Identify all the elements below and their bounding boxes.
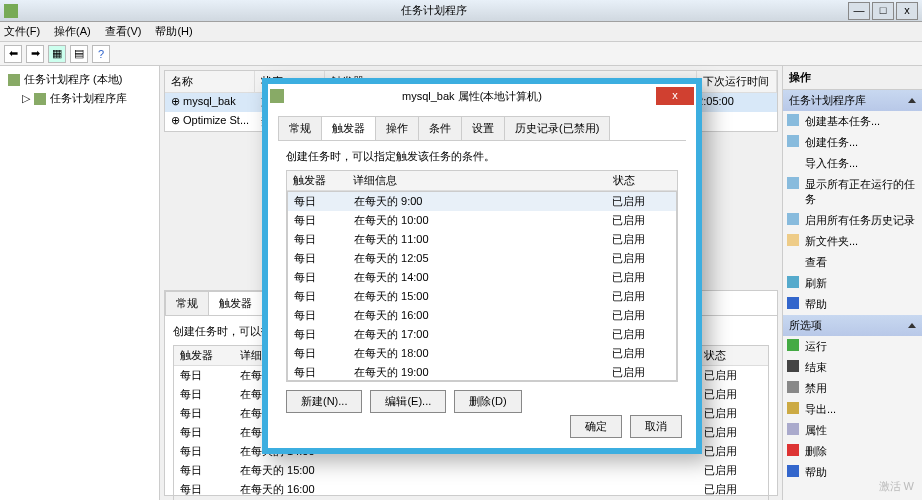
blank-icon (787, 255, 799, 267)
menu-file[interactable]: 文件(F) (4, 24, 40, 39)
forward-button[interactable]: ➡ (26, 45, 44, 63)
ico-exp-icon (787, 402, 799, 414)
ico-help-icon (787, 297, 799, 309)
minimize-button[interactable]: — (848, 2, 870, 20)
action-item[interactable]: 创建基本任务... (783, 111, 922, 132)
menu-help[interactable]: 帮助(H) (155, 24, 192, 39)
action-item[interactable]: 创建任务... (783, 132, 922, 153)
tree-pane: 任务计划程序 (本地) ▷ 任务计划程序库 (0, 66, 160, 500)
dialog-title: mysql_bak 属性(本地计算机) (288, 89, 656, 104)
modal-note: 创建任务时，可以指定触发该任务的条件。 (286, 149, 678, 164)
edit-trigger-button[interactable]: 编辑(E)... (370, 390, 446, 413)
app-icon (4, 4, 18, 18)
actions-group-library[interactable]: 任务计划程序库 (783, 90, 922, 111)
modal-tab[interactable]: 条件 (418, 116, 462, 140)
ico-doc-icon (787, 177, 799, 189)
trigger-row[interactable]: 每日在每天的 17:00已启用 (288, 325, 676, 344)
trigger-row[interactable]: 每日在每天的 16:00已启用 (174, 480, 768, 499)
actions-group-selected[interactable]: 所选项 (783, 315, 922, 336)
window-title: 任务计划程序 (22, 3, 846, 18)
detail-tab[interactable]: 触发器 (208, 291, 263, 315)
clock-icon (8, 74, 20, 86)
action-item[interactable]: 禁用 (783, 378, 922, 399)
action-item[interactable]: 刷新 (783, 273, 922, 294)
delete-trigger-button[interactable]: 删除(D) (454, 390, 521, 413)
menu-bar: 文件(F) 操作(A) 查看(V) 帮助(H) (0, 22, 922, 42)
trigger-row[interactable]: 每日在每天的 15:00已启用 (288, 287, 676, 306)
clock-icon (270, 89, 284, 103)
action-item[interactable]: 新文件夹... (783, 231, 922, 252)
folder-icon (34, 93, 46, 105)
close-button[interactable]: x (896, 2, 918, 20)
ico-del-icon (787, 444, 799, 456)
ico-dis-icon (787, 381, 799, 393)
menu-view[interactable]: 查看(V) (105, 24, 142, 39)
menu-action[interactable]: 操作(A) (54, 24, 91, 39)
ok-button[interactable]: 确定 (570, 415, 622, 438)
tool-button-1[interactable]: ▦ (48, 45, 66, 63)
tool-button-2[interactable]: ▤ (70, 45, 88, 63)
actions-header: 操作 (783, 66, 922, 90)
modal-tab[interactable]: 常规 (278, 116, 322, 140)
new-trigger-button[interactable]: 新建(N)... (286, 390, 362, 413)
modal-tab[interactable]: 设置 (461, 116, 505, 140)
action-item[interactable]: 结束 (783, 357, 922, 378)
trigger-row[interactable]: 每日在每天的 18:00已启用 (288, 344, 676, 363)
modal-tab[interactable]: 触发器 (321, 116, 376, 140)
trigger-row[interactable]: 每日在每天的 10:00已启用 (288, 211, 676, 230)
ico-prop-icon (787, 423, 799, 435)
cancel-button[interactable]: 取消 (630, 415, 682, 438)
dialog-close-button[interactable]: x (656, 87, 694, 105)
trigger-row[interactable]: 每日在每天的 14:00已启用 (288, 268, 676, 287)
trigger-row[interactable]: 每日在每天的 16:00已启用 (288, 306, 676, 325)
chevron-up-icon (908, 323, 916, 328)
ico-ref-icon (787, 276, 799, 288)
action-item[interactable]: 导出... (783, 399, 922, 420)
action-item[interactable]: 属性 (783, 420, 922, 441)
action-item[interactable]: 帮助 (783, 294, 922, 315)
ico-folder-icon (787, 234, 799, 246)
ico-doc-icon (787, 213, 799, 225)
action-item[interactable]: 运行 (783, 336, 922, 357)
actions-pane: 操作 任务计划程序库 创建基本任务...创建任务...导入任务...显示所有正在… (782, 66, 922, 500)
tree-library[interactable]: ▷ 任务计划程序库 (4, 89, 155, 108)
window-title-bar: 任务计划程序 — □ x (0, 0, 922, 22)
detail-tab[interactable]: 常规 (165, 291, 209, 315)
action-item[interactable]: 删除 (783, 441, 922, 462)
chevron-up-icon (908, 98, 916, 103)
trigger-row[interactable]: 每日在每天的 15:00已启用 (174, 461, 768, 480)
trigger-row[interactable]: 每日在每天的 11:00已启用 (288, 230, 676, 249)
action-item[interactable]: 查看 (783, 252, 922, 273)
trigger-row[interactable]: 每日在每天的 9:00已启用 (288, 192, 676, 211)
action-item[interactable]: 导入任务... (783, 153, 922, 174)
ico-help-icon (787, 465, 799, 477)
maximize-button[interactable]: □ (872, 2, 894, 20)
action-item[interactable]: 启用所有任务历史记录 (783, 210, 922, 231)
modal-tab[interactable]: 操作 (375, 116, 419, 140)
properties-dialog: mysql_bak 属性(本地计算机) x 常规触发器操作条件设置历史记录(已禁… (262, 78, 702, 454)
blank-icon (787, 156, 799, 168)
action-item[interactable]: 显示所有正在运行的任务 (783, 174, 922, 210)
trigger-row[interactable]: 每日在每天的 19:00已启用 (288, 363, 676, 381)
back-button[interactable]: ⬅ (4, 45, 22, 63)
ico-doc-icon (787, 135, 799, 147)
toolbar: ⬅ ➡ ▦ ▤ ? (0, 42, 922, 66)
trigger-row[interactable]: 每日在每天的 12:05已启用 (288, 249, 676, 268)
dialog-title-bar: mysql_bak 属性(本地计算机) x (268, 84, 696, 108)
watermark: 激活 W (879, 479, 914, 494)
ico-play-icon (787, 339, 799, 351)
modal-tab[interactable]: 历史记录(已禁用) (504, 116, 610, 140)
ico-doc-icon (787, 114, 799, 126)
help-button[interactable]: ? (92, 45, 110, 63)
ico-stop-icon (787, 360, 799, 372)
tree-root[interactable]: 任务计划程序 (本地) (4, 70, 155, 89)
